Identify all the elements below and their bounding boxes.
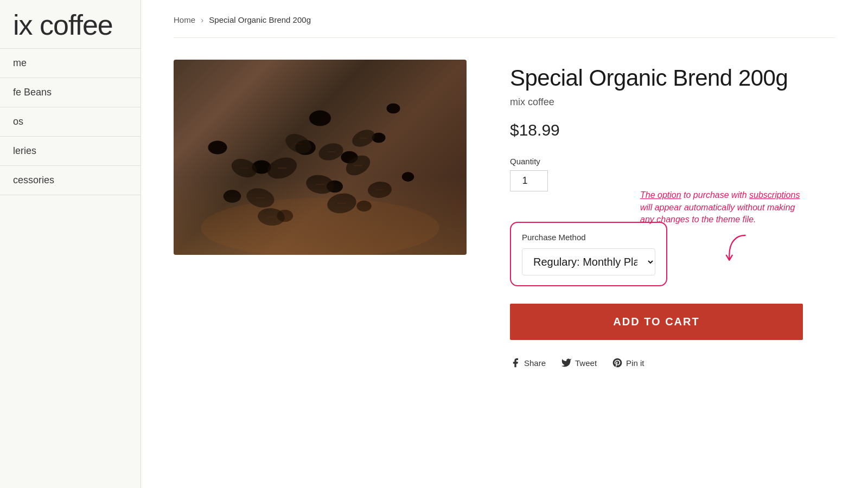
breadcrumb: Home › Special Organic Brend 200g [174,0,835,38]
svg-point-0 [201,198,439,255]
product-layout: Special Organic Brend 200g mix coffee $1… [174,38,835,390]
purchase-method-select[interactable]: Regulary: Monthly Plan [522,248,655,275]
svg-point-9 [326,191,358,216]
coffee-beans-svg [174,60,467,255]
pinterest-icon [612,357,623,368]
product-image-container [174,60,467,255]
purchase-method-box: Purchase Method Regulary: Monthly Plan [510,222,667,286]
annotation-arrow-icon [725,233,755,268]
annotation-text: The option to purchase with subscription… [640,189,835,226]
breadcrumb-home[interactable]: Home [174,15,195,24]
twitter-share-link[interactable]: Tweet [561,357,597,368]
breadcrumb-current: Special Organic Brend 200g [209,15,311,24]
product-title: Special Organic Brend 200g [510,65,835,91]
breadcrumb-separator: › [201,15,203,24]
annotation-link: The option [640,190,681,200]
add-to-cart-button[interactable]: ADD TO CART [510,304,803,340]
sidebar-item-espressos[interactable]: os [0,107,141,137]
facebook-share-link[interactable]: Share [510,357,546,368]
sidebar-item-galleries[interactable]: leries [0,137,141,166]
sidebar-item-coffee-beans[interactable]: fe Beans [0,78,141,107]
purchase-method-label: Purchase Method [522,233,655,242]
svg-point-13 [367,181,392,199]
pinterest-pin-link[interactable]: Pin it [612,357,644,368]
product-image [174,60,467,255]
quantity-input[interactable] [510,170,548,191]
main-content: Home › Special Organic Brend 200g [141,0,868,488]
svg-point-7 [244,185,276,210]
facebook-icon [510,357,521,368]
sidebar: ix coffee me fe Beans os leries cessorie… [0,0,141,488]
purchase-area: The option to purchase with subscription… [510,222,835,286]
product-price: $18.99 [510,121,835,139]
quantity-section: Quantity [510,157,835,191]
svg-point-3 [304,173,335,196]
sidebar-item-accessories[interactable]: cessories [0,166,141,195]
product-subtitle: mix coffee [510,97,835,108]
sidebar-nav: me fe Beans os leries cessories [0,49,141,195]
quantity-label: Quantity [510,157,835,166]
social-sharing: Share Tweet Pin it [510,357,835,368]
sidebar-item-home[interactable]: me [0,49,141,78]
svg-point-19 [257,207,286,227]
product-details: Special Organic Brend 200g mix coffee $1… [510,60,835,368]
twitter-icon [561,357,572,368]
site-logo[interactable]: ix coffee [0,0,141,49]
